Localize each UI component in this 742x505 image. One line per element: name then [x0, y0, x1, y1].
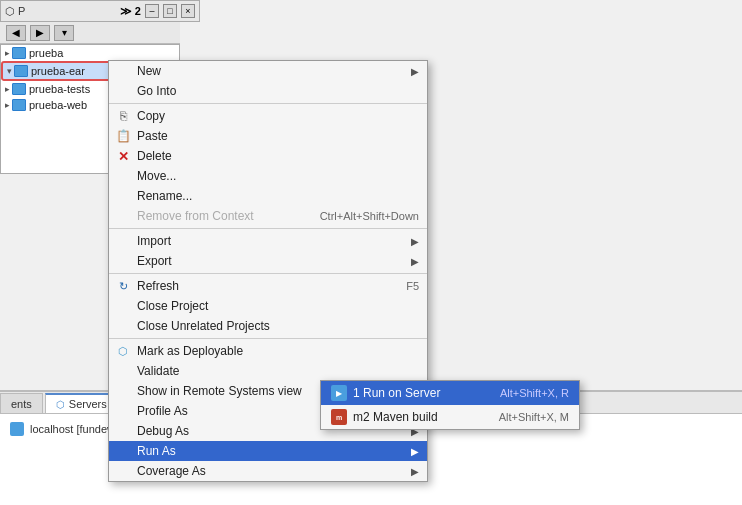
menu-item-rename-label: Rename...	[137, 189, 192, 203]
tab-servers-label: Servers	[69, 398, 107, 410]
deploy-icon: ⬡	[115, 343, 131, 359]
separator-3	[109, 273, 427, 274]
menu-item-coverage[interactable]: Coverage As ▶	[109, 461, 427, 481]
menu-item-close-project-label: Close Project	[137, 299, 208, 313]
toolbar-back-button[interactable]: ◀	[6, 25, 26, 41]
menu-item-coverage-label: Coverage As	[137, 464, 206, 478]
menu-item-remote-label: Show in Remote Systems view	[137, 384, 302, 398]
minimize-button[interactable]: –	[145, 4, 159, 18]
menu-item-export-label: Export	[137, 254, 172, 268]
arrow-icon: ▶	[411, 256, 419, 267]
project-icon	[14, 65, 28, 77]
menu-item-run-as-label: Run As	[137, 444, 176, 458]
menu-item-debug-label: Debug As	[137, 424, 189, 438]
toolbar-forward-button[interactable]: ▶	[30, 25, 50, 41]
menu-item-rename[interactable]: Rename...	[109, 186, 427, 206]
refresh-icon: ↻	[115, 278, 131, 294]
tab-ents[interactable]: ents	[0, 393, 43, 413]
menu-item-new[interactable]: New ▶	[109, 61, 427, 81]
expand-icon: ▸	[5, 48, 10, 58]
close-button[interactable]: ×	[181, 4, 195, 18]
menu-item-refresh-label: Refresh	[137, 279, 179, 293]
menu-item-close-unrelated-label: Close Unrelated Projects	[137, 319, 270, 333]
menu-item-delete-label: Delete	[137, 149, 172, 163]
submenu-run-server-label: 1 Run on Server	[353, 386, 440, 400]
run-as-submenu: ▶ 1 Run on Server Alt+Shift+X, R m m2 Ma…	[320, 380, 580, 430]
menu-item-import[interactable]: Import ▶	[109, 231, 427, 251]
tree-item-label: prueba-web	[29, 99, 87, 111]
project-icon	[12, 47, 26, 59]
menu-item-paste-label: Paste	[137, 129, 168, 143]
maven-icon: m	[331, 409, 347, 425]
menu-item-profile-label: Profile As	[137, 404, 188, 418]
tree-item-prueba[interactable]: ▸ prueba	[1, 45, 179, 61]
run-server-icon: ▶	[331, 385, 347, 401]
expand-icon: ▾	[7, 66, 12, 76]
tab-ents-label: ents	[11, 398, 32, 410]
servers-icon: ⬡	[56, 399, 65, 410]
menu-item-deployable-label: Mark as Deployable	[137, 344, 243, 358]
separator-2	[109, 228, 427, 229]
submenu-item-maven-build[interactable]: m m2 Maven build Alt+Shift+X, M	[321, 405, 579, 429]
menu-item-export[interactable]: Export ▶	[109, 251, 427, 271]
menu-item-refresh[interactable]: ↻ Refresh F5	[109, 276, 427, 296]
remove-context-shortcut: Ctrl+Alt+Shift+Down	[320, 210, 419, 222]
menu-item-close-unrelated[interactable]: Close Unrelated Projects	[109, 316, 427, 336]
menu-item-validate[interactable]: Validate	[109, 361, 427, 381]
maven-shortcut: Alt+Shift+X, M	[499, 411, 569, 423]
arrow-icon: ▶	[411, 236, 419, 247]
menu-item-paste[interactable]: 📋 Paste	[109, 126, 427, 146]
toolbar: ◀ ▶ ▾	[0, 22, 180, 44]
submenu-maven-label: m2 Maven build	[353, 410, 438, 424]
maximize-button[interactable]: □	[163, 4, 177, 18]
submenu-item-run-on-server[interactable]: ▶ 1 Run on Server Alt+Shift+X, R	[321, 381, 579, 405]
project-icon	[12, 99, 26, 111]
menu-item-run-as[interactable]: Run As ▶	[109, 441, 427, 461]
menu-item-remove-context: Remove from Context Ctrl+Alt+Shift+Down	[109, 206, 427, 226]
tree-item-label: prueba	[29, 47, 63, 59]
menu-item-new-label: New	[137, 64, 161, 78]
delete-icon: ✕	[115, 148, 131, 164]
separator-1	[109, 103, 427, 104]
maven-icon-m: m	[336, 414, 342, 421]
title-bar-text	[29, 5, 115, 17]
menu-item-remove-context-label: Remove from Context	[137, 209, 254, 223]
tab-count: ≫ 2	[120, 5, 141, 18]
arrow-icon: ▶	[411, 446, 419, 457]
expand-icon: ▸	[5, 100, 10, 110]
tree-item-label: prueba-tests	[29, 83, 90, 95]
menu-item-close-project[interactable]: Close Project	[109, 296, 427, 316]
menu-item-copy[interactable]: ⎘ Copy	[109, 106, 427, 126]
menu-item-move[interactable]: Move...	[109, 166, 427, 186]
expand-icon: ▸	[5, 84, 10, 94]
menu-item-go-into[interactable]: Go Into	[109, 81, 427, 101]
menu-item-move-label: Move...	[137, 169, 176, 183]
project-icon	[12, 83, 26, 95]
server-icon	[10, 422, 24, 436]
menu-item-validate-label: Validate	[137, 364, 179, 378]
arrow-icon: ▶	[411, 66, 419, 77]
copy-icon: ⎘	[115, 108, 131, 124]
refresh-shortcut: F5	[406, 280, 419, 292]
arrow-icon: ▶	[411, 466, 419, 477]
menu-item-deployable[interactable]: ⬡ Mark as Deployable	[109, 341, 427, 361]
title-bar: ⬡ P ≫ 2 – □ ×	[0, 0, 200, 22]
menu-item-copy-label: Copy	[137, 109, 165, 123]
run-icon-arrow: ▶	[336, 389, 342, 398]
menu-item-go-into-label: Go Into	[137, 84, 176, 98]
separator-4	[109, 338, 427, 339]
menu-item-import-label: Import	[137, 234, 171, 248]
menu-item-delete[interactable]: ✕ Delete	[109, 146, 427, 166]
tree-item-label: prueba-ear	[31, 65, 85, 77]
toolbar-menu-button[interactable]: ▾	[54, 25, 74, 41]
title-icon: ⬡ P	[5, 5, 25, 18]
paste-icon: 📋	[115, 128, 131, 144]
run-server-shortcut: Alt+Shift+X, R	[500, 387, 569, 399]
